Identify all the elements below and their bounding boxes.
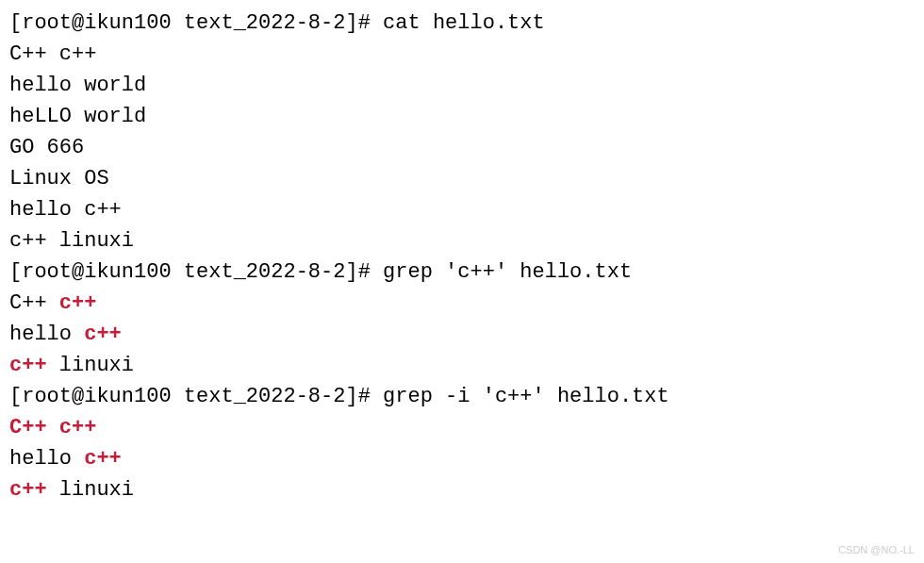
command-line[interactable]: [root@ikun100 text_2022-8-2]# cat hello.…: [9, 8, 915, 39]
command-line[interactable]: [root@ikun100 text_2022-8-2]# grep -i 'c…: [9, 381, 915, 412]
grep-output-line: c++ linuxi: [9, 474, 915, 505]
command-text: grep -i 'c++' hello.txt: [383, 385, 669, 408]
grep-output-line: c++ linuxi: [9, 350, 915, 381]
grep-match: c++: [84, 323, 122, 346]
output-line: C++ c++: [9, 39, 915, 70]
grep-match: c++: [84, 447, 122, 471]
output-line: GO 666: [9, 132, 915, 163]
grep-match: c++: [9, 354, 47, 377]
prompt: [root@ikun100 text_2022-8-2]#: [9, 11, 383, 35]
output-line: hello c++: [9, 194, 915, 225]
prompt: [root@ikun100 text_2022-8-2]#: [9, 385, 383, 408]
output-line: Linux OS: [9, 163, 915, 194]
command-line[interactable]: [root@ikun100 text_2022-8-2]# grep 'c++'…: [9, 257, 915, 288]
output-line: c++ linuxi: [9, 225, 915, 257]
grep-match: c++: [9, 478, 47, 502]
output-line: heLLO world: [9, 101, 915, 132]
command-text: cat hello.txt: [383, 11, 545, 35]
grep-output-line: hello c++: [9, 443, 915, 474]
prompt: [root@ikun100 text_2022-8-2]#: [9, 260, 383, 284]
grep-match: C++: [9, 416, 47, 439]
grep-match: c++: [59, 291, 97, 315]
watermark-text: CSDN @NO.-LL: [838, 542, 915, 558]
grep-match: c++: [59, 416, 97, 439]
output-line: hello world: [9, 70, 915, 101]
terminal-output: [root@ikun100 text_2022-8-2]# cat hello.…: [9, 8, 915, 505]
grep-output-line: hello c++: [9, 319, 915, 350]
grep-output-line: C++ c++: [9, 288, 915, 319]
command-text: grep 'c++' hello.txt: [383, 260, 632, 284]
grep-output-line: C++ c++: [9, 412, 915, 443]
